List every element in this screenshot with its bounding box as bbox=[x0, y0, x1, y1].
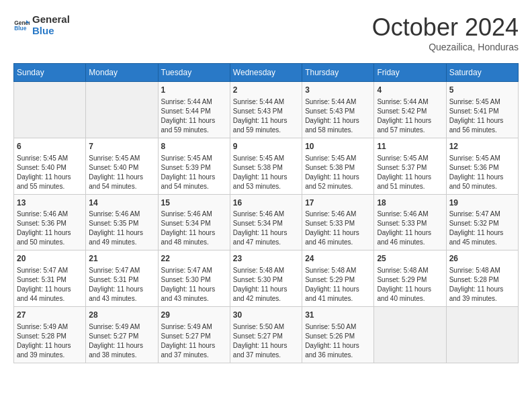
day-info: Sunrise: 5:48 AM bbox=[377, 266, 443, 275]
calendar-cell: 28Sunrise: 5:49 AMSunset: 5:27 PMDayligh… bbox=[86, 307, 158, 363]
day-number: 14 bbox=[89, 197, 154, 209]
day-info: Sunset: 5:40 PM bbox=[89, 163, 154, 173]
logo-blue: Blue bbox=[32, 25, 70, 36]
week-row-2: 6Sunrise: 5:45 AMSunset: 5:40 PMDaylight… bbox=[14, 138, 519, 194]
calendar-cell: 26Sunrise: 5:48 AMSunset: 5:28 PMDayligh… bbox=[446, 250, 518, 307]
day-info: Sunrise: 5:45 AM bbox=[17, 154, 83, 163]
day-info: Sunset: 5:41 PM bbox=[449, 107, 515, 116]
day-info: Daylight: 11 hours and 59 minutes. bbox=[233, 116, 299, 135]
calendar-cell: 31Sunrise: 5:50 AMSunset: 5:26 PMDayligh… bbox=[302, 307, 374, 363]
day-info: Daylight: 11 hours and 44 minutes. bbox=[17, 285, 83, 304]
day-number: 9 bbox=[233, 141, 299, 152]
page-header: General Blue General Blue October 2024 Q… bbox=[13, 13, 519, 52]
calendar-cell: 2Sunrise: 5:44 AMSunset: 5:43 PMDaylight… bbox=[230, 82, 302, 138]
day-info: Sunset: 5:29 PM bbox=[377, 275, 443, 285]
calendar-cell: 11Sunrise: 5:45 AMSunset: 5:37 PMDayligh… bbox=[374, 138, 446, 194]
calendar-cell: 24Sunrise: 5:48 AMSunset: 5:29 PMDayligh… bbox=[302, 250, 374, 307]
day-number: 31 bbox=[305, 310, 371, 321]
calendar-cell: 27Sunrise: 5:49 AMSunset: 5:28 PMDayligh… bbox=[14, 307, 86, 363]
day-info: Daylight: 11 hours and 50 minutes. bbox=[17, 228, 83, 247]
day-number: 3 bbox=[305, 85, 371, 96]
day-number: 20 bbox=[17, 253, 83, 265]
month-title: October 2024 bbox=[372, 13, 519, 42]
day-info: Daylight: 11 hours and 50 minutes. bbox=[449, 173, 515, 191]
day-number: 15 bbox=[161, 197, 227, 209]
day-info: Sunset: 5:38 PM bbox=[233, 163, 299, 173]
day-info: Daylight: 11 hours and 36 minutes. bbox=[305, 341, 371, 360]
calendar-cell: 4Sunrise: 5:44 AMSunset: 5:42 PMDaylight… bbox=[374, 82, 446, 138]
day-number: 18 bbox=[377, 197, 443, 209]
day-number: 12 bbox=[449, 141, 515, 152]
day-number: 27 bbox=[17, 310, 83, 321]
day-info: Sunset: 5:35 PM bbox=[89, 219, 154, 228]
day-info: Sunrise: 5:46 AM bbox=[233, 210, 299, 219]
calendar-cell: 29Sunrise: 5:49 AMSunset: 5:27 PMDayligh… bbox=[158, 307, 230, 363]
day-info: Daylight: 11 hours and 43 minutes. bbox=[161, 285, 227, 304]
day-number: 30 bbox=[233, 310, 299, 321]
calendar-cell: 15Sunrise: 5:46 AMSunset: 5:34 PMDayligh… bbox=[158, 194, 230, 250]
day-info: Sunset: 5:30 PM bbox=[233, 275, 299, 285]
day-info: Sunset: 5:39 PM bbox=[161, 163, 227, 173]
day-number: 6 bbox=[17, 141, 83, 152]
day-number: 11 bbox=[377, 141, 443, 152]
calendar-cell: 6Sunrise: 5:45 AMSunset: 5:40 PMDaylight… bbox=[14, 138, 86, 194]
calendar-cell: 13Sunrise: 5:46 AMSunset: 5:36 PMDayligh… bbox=[14, 194, 86, 250]
logo-icon: General Blue bbox=[13, 17, 30, 33]
day-info: Sunset: 5:38 PM bbox=[305, 163, 371, 173]
day-info: Daylight: 11 hours and 37 minutes. bbox=[161, 341, 227, 360]
day-info: Sunrise: 5:48 AM bbox=[449, 266, 515, 275]
day-number: 19 bbox=[449, 197, 515, 209]
weekday-header-wednesday: Wednesday bbox=[230, 64, 302, 82]
day-info: Daylight: 11 hours and 46 minutes. bbox=[305, 228, 371, 247]
day-info: Sunrise: 5:49 AM bbox=[161, 322, 227, 332]
day-info: Sunset: 5:31 PM bbox=[89, 275, 154, 285]
day-info: Daylight: 11 hours and 54 minutes. bbox=[89, 173, 154, 191]
day-info: Sunset: 5:29 PM bbox=[305, 275, 371, 285]
day-info: Sunrise: 5:47 AM bbox=[161, 266, 227, 275]
day-info: Sunrise: 5:45 AM bbox=[377, 154, 443, 163]
day-number: 25 bbox=[377, 253, 443, 265]
day-number: 23 bbox=[233, 253, 299, 265]
calendar-cell bbox=[86, 82, 158, 138]
day-info: Daylight: 11 hours and 53 minutes. bbox=[233, 173, 299, 191]
day-info: Daylight: 11 hours and 49 minutes. bbox=[89, 228, 154, 247]
day-info: Sunset: 5:31 PM bbox=[17, 275, 83, 285]
day-number: 26 bbox=[449, 253, 515, 265]
day-info: Daylight: 11 hours and 56 minutes. bbox=[449, 116, 515, 135]
weekday-header-monday: Monday bbox=[86, 64, 158, 82]
calendar-cell bbox=[14, 82, 86, 138]
day-info: Sunset: 5:30 PM bbox=[161, 275, 227, 285]
day-info: Sunset: 5:32 PM bbox=[449, 219, 515, 228]
day-info: Daylight: 11 hours and 54 minutes. bbox=[161, 173, 227, 191]
day-info: Daylight: 11 hours and 59 minutes. bbox=[161, 116, 227, 135]
week-row-5: 27Sunrise: 5:49 AMSunset: 5:28 PMDayligh… bbox=[14, 307, 519, 363]
day-info: Sunrise: 5:46 AM bbox=[305, 210, 371, 219]
day-info: Sunrise: 5:46 AM bbox=[377, 210, 443, 219]
calendar-cell: 9Sunrise: 5:45 AMSunset: 5:38 PMDaylight… bbox=[230, 138, 302, 194]
calendar-cell: 17Sunrise: 5:46 AMSunset: 5:33 PMDayligh… bbox=[302, 194, 374, 250]
day-info: Daylight: 11 hours and 40 minutes. bbox=[377, 285, 443, 304]
day-info: Daylight: 11 hours and 38 minutes. bbox=[89, 341, 154, 360]
day-number: 4 bbox=[377, 85, 443, 96]
day-info: Sunset: 5:34 PM bbox=[161, 219, 227, 228]
calendar-cell: 21Sunrise: 5:47 AMSunset: 5:31 PMDayligh… bbox=[86, 250, 158, 307]
calendar-cell: 18Sunrise: 5:46 AMSunset: 5:33 PMDayligh… bbox=[374, 194, 446, 250]
calendar-cell: 10Sunrise: 5:45 AMSunset: 5:38 PMDayligh… bbox=[302, 138, 374, 194]
day-info: Sunrise: 5:46 AM bbox=[17, 210, 83, 219]
day-number: 28 bbox=[89, 310, 154, 321]
day-info: Sunset: 5:37 PM bbox=[377, 163, 443, 173]
day-info: Daylight: 11 hours and 58 minutes. bbox=[305, 116, 371, 135]
day-info: Daylight: 11 hours and 45 minutes. bbox=[449, 228, 515, 247]
day-info: Sunrise: 5:48 AM bbox=[305, 266, 371, 275]
day-info: Sunset: 5:27 PM bbox=[161, 332, 227, 341]
title-block: October 2024 Quezailica, Honduras bbox=[372, 13, 519, 52]
calendar-cell: 19Sunrise: 5:47 AMSunset: 5:32 PMDayligh… bbox=[446, 194, 518, 250]
day-number: 24 bbox=[305, 253, 371, 265]
day-info: Daylight: 11 hours and 39 minutes. bbox=[17, 341, 83, 360]
day-info: Sunset: 5:27 PM bbox=[233, 332, 299, 341]
day-number: 17 bbox=[305, 197, 371, 209]
day-info: Sunset: 5:44 PM bbox=[161, 107, 227, 116]
week-row-1: 1Sunrise: 5:44 AMSunset: 5:44 PMDaylight… bbox=[14, 82, 519, 138]
svg-text:Blue: Blue bbox=[14, 25, 27, 32]
day-info: Sunset: 5:33 PM bbox=[305, 219, 371, 228]
